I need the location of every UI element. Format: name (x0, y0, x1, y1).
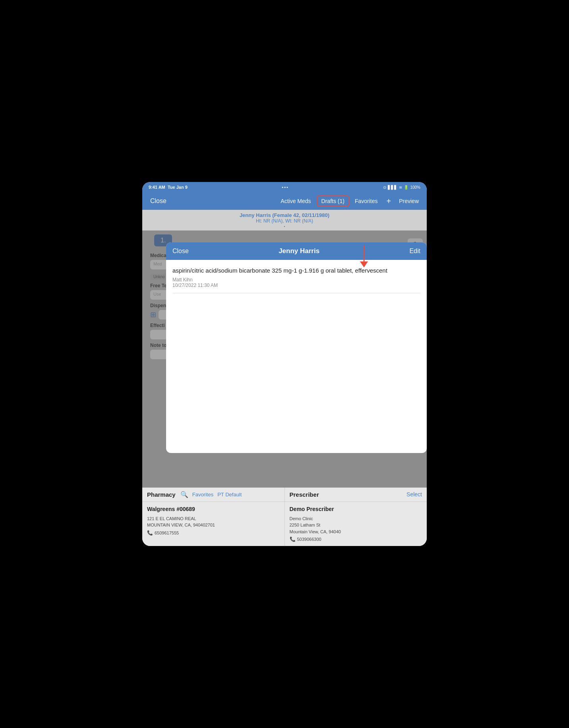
pharmacy-label: Pharmacy (147, 491, 176, 498)
modal-body: aspirin/citric acid/sodium bicarbonate 3… (166, 260, 427, 453)
modal-close-button[interactable]: Close (172, 248, 189, 255)
nav-tabs: Active Meds Drafts (1) Favorites + Previ… (277, 195, 422, 207)
modal-divider (172, 293, 420, 293)
bottom-section: Pharmacy 🔍 Favorites PT Default Prescrib… (142, 488, 427, 546)
pharmacy-header: Pharmacy 🔍 Favorites PT Default (142, 488, 284, 501)
prescriber-address-line2: Mountain View, CA, 94040 (290, 529, 422, 535)
prescriber-clinic: Demo Clinic (290, 515, 422, 522)
pharmacy-phone: 📞 6509617555 (147, 530, 280, 536)
modal-overlay: Close Jenny Harris Edit aspirin/citric a… (142, 230, 427, 488)
draft-prescriber: Matt Kihn (172, 277, 420, 283)
draft-datetime: 10/27/2022 11:30 AM (172, 283, 420, 288)
status-icons: ⊙ ▋▋▋ ≋ 🔋 100% (383, 185, 420, 190)
prescriber-label: Prescriber (290, 491, 319, 498)
pharmacy-prescriber-header: Pharmacy 🔍 Favorites PT Default Prescrib… (142, 488, 427, 502)
modal-header: Close Jenny Harris Edit (166, 242, 427, 260)
preview-button[interactable]: Preview (396, 196, 422, 206)
pharmacy-address-line1: 121 E EL CAMINO REAL (147, 515, 280, 522)
pharmacy-info: Walgreens #00689 121 E EL CAMINO REAL MO… (142, 502, 284, 546)
select-prescriber-button[interactable]: Select (406, 491, 422, 498)
prescriber-name: Demo Prescriber (290, 506, 422, 512)
prescriber-address-line1: 2250 Latham St (290, 522, 422, 529)
prescriber-phone-icon: 📞 (290, 536, 296, 542)
status-dots: ••• (282, 185, 289, 190)
tab-active-meds[interactable]: Active Meds (277, 196, 315, 206)
pharmacy-name: Walgreens #00689 (147, 506, 280, 512)
nav-bar: Close Active Meds Drafts (1) Favorites +… (142, 192, 427, 210)
patient-dot: • (147, 225, 422, 228)
device-frame: 9:41 AM Tue Jan 9 ••• ⊙ ▋▋▋ ≋ 🔋 100% Clo… (142, 182, 427, 546)
modal: Close Jenny Harris Edit aspirin/citric a… (166, 242, 427, 453)
modal-edit-button[interactable]: Edit (409, 248, 420, 255)
patient-details: Ht: NR (N/A), Wt: NR (N/A) (147, 218, 422, 224)
patient-name: Jenny Harris (Female 42, 02/11/1980) (147, 212, 422, 218)
status-bar: 9:41 AM Tue Jan 9 ••• ⊙ ▋▋▋ ≋ 🔋 100% (142, 182, 427, 192)
patient-bar: Jenny Harris (Female 42, 02/11/1980) Ht:… (142, 210, 427, 230)
signal-icon: ▋▋▋ (388, 185, 397, 190)
close-button[interactable]: Close (147, 196, 170, 206)
modal-title: Jenny Harris (279, 247, 319, 255)
status-time: 9:41 AM Tue Jan 9 (149, 185, 188, 190)
pt-default-button[interactable]: PT Default (217, 492, 242, 498)
pharmacy-address-line2: MOUNTAIN VIEW, CA, 940402701 (147, 522, 280, 529)
tab-drafts[interactable]: Drafts (1) (317, 196, 349, 207)
tab-favorites[interactable]: Favorites (351, 196, 382, 206)
wifi-icon: ≋ (399, 185, 402, 190)
prescriber-header: Prescriber Select (284, 488, 427, 501)
pharmacy-prescriber-content: Walgreens #00689 121 E EL CAMINO REAL MO… (142, 502, 427, 546)
battery-icon: 🔋 (404, 185, 408, 190)
favorites-button[interactable]: Favorites (192, 492, 213, 498)
draft-medication: aspirin/citric acid/sodium bicarbonate 3… (172, 266, 420, 275)
lock-icon: ⊙ (383, 185, 386, 190)
pharmacy-search-icon[interactable]: 🔍 (180, 491, 188, 498)
phone-icon: 📞 (147, 530, 153, 536)
prescriber-phone: 📞 5039066300 (290, 536, 422, 542)
prescriber-info: Demo Prescriber Demo Clinic 2250 Latham … (284, 502, 427, 546)
pharmacy-icons: 🔍 Favorites PT Default (180, 491, 242, 498)
main-content: 1. Medica Med Unkno Free Te Use Dispen ⊞ (142, 230, 427, 488)
add-button[interactable]: + (383, 195, 395, 207)
